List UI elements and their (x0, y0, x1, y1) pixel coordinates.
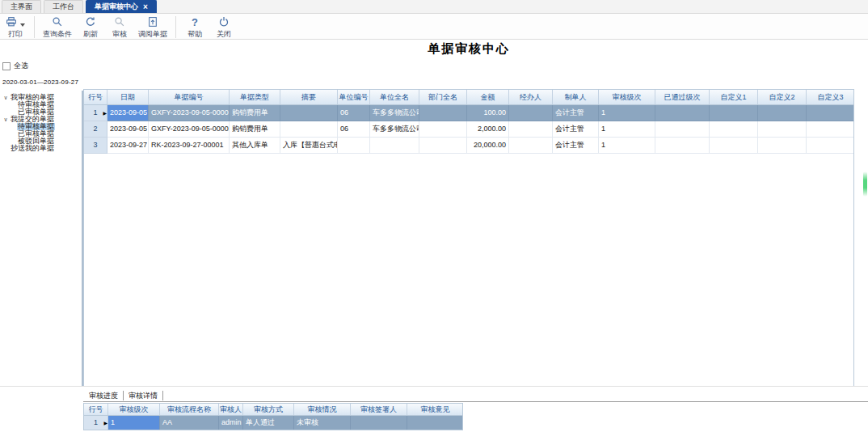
cell-custom2[interactable] (758, 138, 807, 154)
cell-amount[interactable]: 20,000.00 (467, 138, 509, 154)
cell-unit-no[interactable]: 06 (338, 105, 370, 121)
tree-expand-caret-icon[interactable]: ∨ (2, 116, 10, 123)
column-header-amount[interactable]: 金额 (467, 90, 509, 104)
cell-summary[interactable] (280, 105, 338, 121)
select-all-checkbox[interactable] (2, 62, 11, 70)
view-document-button[interactable]: 调阅单据 (138, 16, 167, 40)
cell-unit-name[interactable]: 车多多物流公司 (370, 121, 419, 138)
cell-audit-method[interactable]: 单人通过 (243, 416, 294, 430)
cell-passed-level[interactable] (655, 138, 710, 154)
cell-passed-level[interactable] (655, 121, 710, 138)
cell-audit-status[interactable]: 未审核 (294, 416, 351, 430)
cell-signer[interactable] (351, 416, 407, 430)
tab-document-audit-center[interactable]: 单据审核中心 × (86, 0, 157, 13)
cell-custom2[interactable] (758, 121, 807, 138)
cell-summary[interactable]: 入库【普惠台式电 (280, 138, 338, 154)
column-header-handler[interactable]: 经办人 (509, 90, 553, 104)
cell-audit-level[interactable]: 1 (599, 138, 655, 154)
cell-audit-level[interactable]: 1 (599, 121, 655, 138)
cell-amount[interactable]: 2,000.00 (467, 121, 509, 138)
cell-amount[interactable]: 100.00 (467, 105, 509, 121)
cell-creator[interactable]: 会计主管 (553, 105, 599, 121)
cell-row-no[interactable]: 1▶ (84, 416, 108, 430)
cell-doc-type[interactable]: 其他入库单 (230, 138, 280, 154)
cell-auditor[interactable]: admin (219, 416, 243, 430)
column-header-dept-name[interactable]: 部门全名 (419, 90, 467, 104)
cell-unit-no[interactable] (338, 138, 370, 154)
cell-custom3[interactable] (807, 121, 854, 138)
cell-creator[interactable]: 会计主管 (553, 138, 599, 154)
cell-handler[interactable] (509, 105, 553, 121)
cell-audit-level[interactable]: 1 (599, 105, 655, 121)
column-header-audit-level[interactable]: 审核级次 (108, 404, 160, 415)
column-header-custom3[interactable]: 自定义3 (807, 90, 854, 104)
column-header-unit-no[interactable]: 单位编号 (338, 90, 370, 104)
column-header-date[interactable]: 日期 (107, 90, 149, 104)
column-header-audit-status[interactable]: 审核情况 (294, 404, 351, 415)
help-button[interactable]: ?帮助 (184, 16, 205, 40)
cell-custom3[interactable] (807, 138, 854, 154)
cell-row-no[interactable]: 2 (84, 121, 107, 138)
cell-dept-name[interactable] (419, 121, 467, 138)
column-header-creator[interactable]: 制单人 (553, 90, 599, 104)
cell-row-no[interactable]: 3 (84, 138, 107, 154)
cell-doc-no[interactable]: RK-2023-09-27-00001 (149, 138, 230, 154)
cell-row-no[interactable]: 1▶ (84, 105, 107, 121)
cell-unit-name[interactable]: 车多多物流公司 (370, 105, 419, 121)
cell-custom3[interactable] (807, 105, 854, 121)
cell-date[interactable]: 2023-09-27 (107, 138, 149, 154)
column-header-summary[interactable]: 摘要 (280, 90, 338, 104)
cell-custom1[interactable] (710, 138, 758, 154)
cell-summary[interactable] (280, 121, 338, 138)
column-header-row-no[interactable]: 行号 (84, 404, 108, 415)
cell-custom2[interactable] (758, 105, 807, 121)
query-conditions-button[interactable]: 查询条件 (43, 16, 72, 40)
cell-flow-name[interactable]: AA (160, 416, 219, 430)
detail-tab-audit-progress[interactable]: 审核进度 (84, 391, 124, 400)
cell-date[interactable]: 2023-09-05 (107, 121, 149, 138)
cell-doc-no[interactable]: GXFY-2023-09-05-00002 (149, 121, 230, 138)
cell-custom1[interactable] (710, 121, 758, 138)
column-header-doc-no[interactable]: 单据编号 (149, 90, 230, 104)
column-header-row-no[interactable]: 行号 (84, 90, 107, 104)
column-header-unit-name[interactable]: 单位全名 (370, 90, 419, 104)
print-button[interactable]: 打印 (5, 16, 26, 40)
column-header-custom1[interactable]: 自定义1 (710, 90, 758, 104)
table-row[interactable]: 22023-09-05GXFY-2023-09-05-00002购销费用单06车… (84, 121, 853, 138)
cell-handler[interactable] (509, 121, 553, 138)
cell-doc-no[interactable]: GXFY-2023-09-05-00001 (149, 105, 230, 121)
table-row[interactable]: 1▶2023-09-05GXFY-2023-09-05-00001购销费用单06… (84, 105, 853, 121)
tree-expand-caret-icon[interactable]: ∨ (2, 94, 10, 101)
column-header-custom2[interactable]: 自定义2 (758, 90, 807, 104)
tree-item-docs-cc-me[interactable]: 抄送我的单据 (0, 145, 82, 152)
cell-handler[interactable] (509, 138, 553, 154)
column-header-opinion[interactable]: 审核意见 (407, 404, 463, 415)
cell-creator[interactable]: 会计主管 (553, 121, 599, 138)
close-button[interactable]: 关闭 (213, 16, 234, 40)
column-header-audit-level[interactable]: 审核级次 (599, 90, 655, 104)
cell-dept-name[interactable] (419, 138, 467, 154)
table-row[interactable]: 32023-09-27RK-2023-09-27-00001其他入库单入库【普惠… (84, 138, 853, 154)
tab-main-screen[interactable]: 主界面 (2, 0, 41, 13)
tab-workbench[interactable]: 工作台 (44, 0, 83, 13)
cell-unit-no[interactable]: 06 (338, 121, 370, 138)
column-header-signer[interactable]: 审核签署人 (351, 404, 407, 415)
audit-button[interactable]: 审核 (109, 16, 130, 40)
cell-dept-name[interactable] (419, 105, 467, 121)
cell-audit-level[interactable]: 1 (108, 416, 160, 430)
cell-unit-name[interactable] (370, 138, 419, 154)
column-header-flow-name[interactable]: 审核流程名称 (160, 404, 219, 415)
column-header-passed-level[interactable]: 已通过级次 (655, 90, 710, 104)
close-tab-icon[interactable]: × (143, 3, 148, 11)
refresh-button[interactable]: 刷新 (80, 16, 101, 40)
table-row[interactable]: 1▶1AAadmin单人通过未审核 (84, 416, 462, 430)
cell-passed-level[interactable] (655, 105, 710, 121)
cell-opinion[interactable] (407, 416, 463, 430)
column-header-doc-type[interactable]: 单据类型 (230, 90, 280, 104)
detail-tab-audit-detail[interactable]: 审核详情 (124, 391, 163, 400)
cell-date[interactable]: 2023-09-05 (107, 105, 149, 121)
print-dropdown-arrow-icon[interactable] (20, 23, 25, 27)
cell-doc-type[interactable]: 购销费用单 (230, 121, 280, 138)
horizontal-splitter[interactable] (0, 386, 868, 387)
column-header-audit-method[interactable]: 审核方式 (243, 404, 294, 415)
